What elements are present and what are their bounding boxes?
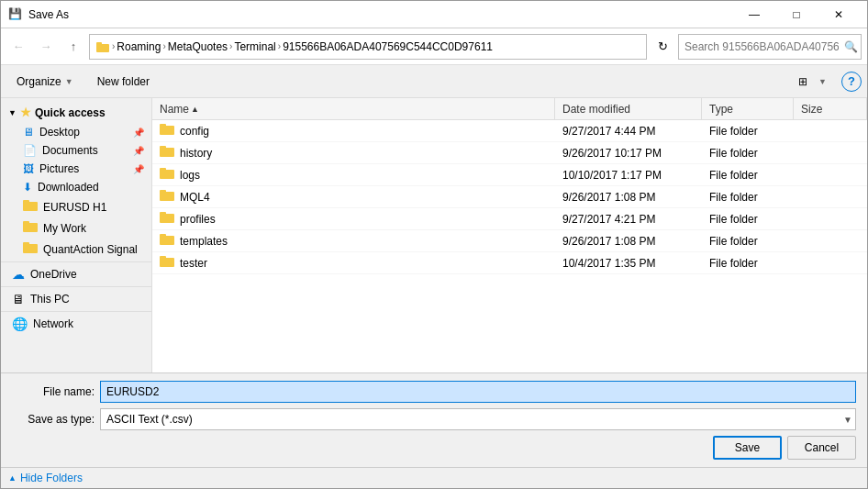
title-bar: 💾 Save As — □ ✕ <box>1 1 867 28</box>
sidebar-item-desktop[interactable]: 🖥 Desktop 📌 <box>1 123 151 141</box>
sidebar: ▼ ★ Quick access 🖥 Desktop 📌 📄 Documents… <box>1 98 152 372</box>
cancel-button[interactable]: Cancel <box>787 436 856 460</box>
forward-button[interactable]: → <box>34 35 58 59</box>
button-row: Save Cancel <box>12 436 856 460</box>
search-input[interactable] <box>678 34 862 60</box>
quick-access-section: ▼ ★ Quick access 🖥 Desktop 📌 📄 Documents… <box>1 102 151 260</box>
quantaction-folder-icon <box>23 241 38 257</box>
window-controls: — □ ✕ <box>733 1 860 28</box>
folder-icon-logs <box>160 167 174 183</box>
toolbar: Organize ▼ New folder ⊞ ▼ ? <box>1 65 867 98</box>
up-button[interactable]: ↑ <box>61 35 85 59</box>
documents-icon: 📄 <box>23 144 37 157</box>
desktop-icon: 🖥 <box>23 126 34 139</box>
sidebar-item-documents[interactable]: 📄 Documents 📌 <box>1 141 151 160</box>
sidebar-divider-2 <box>1 286 151 287</box>
pin-icon-documents: 📌 <box>133 146 144 156</box>
save-as-dialog: 💾 Save As — □ ✕ ← → ↑ › Roaming › MetaQu… <box>0 0 868 489</box>
svg-rect-1 <box>96 42 102 46</box>
table-row[interactable]: config 9/27/2017 4:44 PM File folder <box>152 120 867 142</box>
save-button[interactable]: Save <box>713 436 782 460</box>
quick-access-label: Quick access <box>35 106 106 119</box>
svg-rect-5 <box>23 221 29 225</box>
sidebar-item-thispc[interactable]: 🖥 This PC <box>1 289 151 309</box>
file-list-header: Name ▲ Date modified Type Size <box>152 98 867 120</box>
thispc-icon: 🖥 <box>12 292 25 306</box>
svg-rect-15 <box>160 190 166 194</box>
maximize-button[interactable]: □ <box>775 1 818 28</box>
breadcrumb-terminal: Terminal <box>234 40 275 53</box>
bottom-section: File name: Save as type: ASCII Text (*.c… <box>1 372 867 467</box>
folder-icon-templates <box>160 233 174 249</box>
sidebar-item-pictures[interactable]: 🖼 Pictures 📌 <box>1 160 151 178</box>
svg-rect-11 <box>160 146 166 150</box>
refresh-button[interactable]: ↻ <box>651 35 674 59</box>
close-button[interactable]: ✕ <box>818 1 860 28</box>
organize-button[interactable]: Organize ▼ <box>6 70 83 94</box>
quick-access-header[interactable]: ▼ ★ Quick access <box>1 102 151 123</box>
breadcrumb-roaming: Roaming <box>117 40 161 53</box>
svg-rect-13 <box>160 168 166 172</box>
address-bar: ← → ↑ › Roaming › MetaQuotes › Terminal … <box>1 28 867 65</box>
back-button[interactable]: ← <box>6 35 30 59</box>
sidebar-item-quantaction[interactable]: QuantAction Signal <box>1 239 151 260</box>
svg-rect-7 <box>23 242 29 246</box>
sidebar-item-downloaded[interactable]: ⬇ Downloaded <box>1 178 151 196</box>
sort-arrow-name: ▲ <box>191 105 199 114</box>
filename-label: File name: <box>12 385 95 398</box>
col-header-date[interactable]: Date modified <box>555 98 702 119</box>
col-header-type[interactable]: Type <box>702 98 794 119</box>
mywork-folder-icon <box>23 220 38 236</box>
search-button[interactable]: 🔍 <box>844 40 858 53</box>
table-row[interactable]: history 9/26/2017 10:17 PM File folder <box>152 142 867 164</box>
filename-input[interactable] <box>100 381 856 403</box>
hide-folders-row: ▲ Hide Folders <box>1 467 867 488</box>
sidebar-item-eurusd[interactable]: EURUSD H1 <box>1 196 151 217</box>
table-row[interactable]: logs 10/10/2017 1:17 PM File folder <box>152 164 867 186</box>
sidebar-item-onedrive[interactable]: ☁ OneDrive <box>1 264 151 284</box>
svg-rect-9 <box>160 124 166 128</box>
sidebar-item-mywork[interactable]: My Work <box>1 217 151 239</box>
content-area: ▼ ★ Quick access 🖥 Desktop 📌 📄 Documents… <box>1 98 867 372</box>
minimize-button[interactable]: — <box>733 1 775 28</box>
breadcrumb-metaquotes: MetaQuotes <box>168 40 228 53</box>
filetype-select[interactable]: ASCII Text (*.csv) CSV (*.csv) Text (*.t… <box>100 408 856 430</box>
breadcrumb-folder-icon <box>95 39 110 54</box>
search-wrapper: 🔍 <box>678 34 862 60</box>
pictures-icon: 🖼 <box>23 162 34 175</box>
table-row[interactable]: profiles 9/27/2017 4:21 PM File folder <box>152 208 867 230</box>
view-button[interactable]: ⊞ <box>791 70 815 94</box>
svg-rect-17 <box>160 212 166 216</box>
folder-icon-tester <box>160 255 174 271</box>
downloaded-icon: ⬇ <box>23 181 32 194</box>
quick-access-star-icon: ★ <box>20 106 31 119</box>
pin-icon-pictures: 📌 <box>133 164 144 174</box>
folder-icon-mql4 <box>160 189 174 205</box>
filetype-row: Save as type: ASCII Text (*.csv) CSV (*.… <box>12 408 856 430</box>
table-row[interactable]: tester 10/4/2017 1:35 PM File folder <box>152 252 867 274</box>
hide-folders-button[interactable]: Hide Folders <box>20 472 83 484</box>
hide-folders-chevron-icon: ▲ <box>8 473 17 483</box>
col-header-size[interactable]: Size <box>794 98 867 119</box>
table-row[interactable]: templates 9/26/2017 1:08 PM File folder <box>152 230 867 252</box>
breadcrumb-hash: 915566BA06ADA407569C544CC0D97611 <box>283 40 493 53</box>
folder-icon-history <box>160 145 174 161</box>
window-title: Save As <box>28 8 69 21</box>
filename-row: File name: <box>12 381 856 403</box>
filetype-label: Save as type: <box>12 413 95 426</box>
svg-rect-3 <box>23 200 29 204</box>
col-header-name[interactable]: Name ▲ <box>152 98 555 119</box>
sidebar-divider-1 <box>1 261 151 262</box>
svg-rect-19 <box>160 234 166 238</box>
breadcrumb-bar[interactable]: › Roaming › MetaQuotes › Terminal › 9155… <box>89 34 647 60</box>
help-button[interactable]: ? <box>841 72 862 92</box>
sidebar-divider-3 <box>1 311 151 312</box>
sidebar-item-network[interactable]: 🌐 Network <box>1 314 151 334</box>
organize-chevron: ▼ <box>65 77 73 86</box>
folder-icon-config <box>160 123 174 139</box>
quick-access-chevron: ▼ <box>8 108 17 117</box>
new-folder-button[interactable]: New folder <box>87 70 160 94</box>
filetype-select-wrapper: ASCII Text (*.csv) CSV (*.csv) Text (*.t… <box>100 408 856 430</box>
table-row[interactable]: MQL4 9/26/2017 1:08 PM File folder <box>152 186 867 208</box>
title-bar-left: 💾 Save As <box>8 7 69 22</box>
